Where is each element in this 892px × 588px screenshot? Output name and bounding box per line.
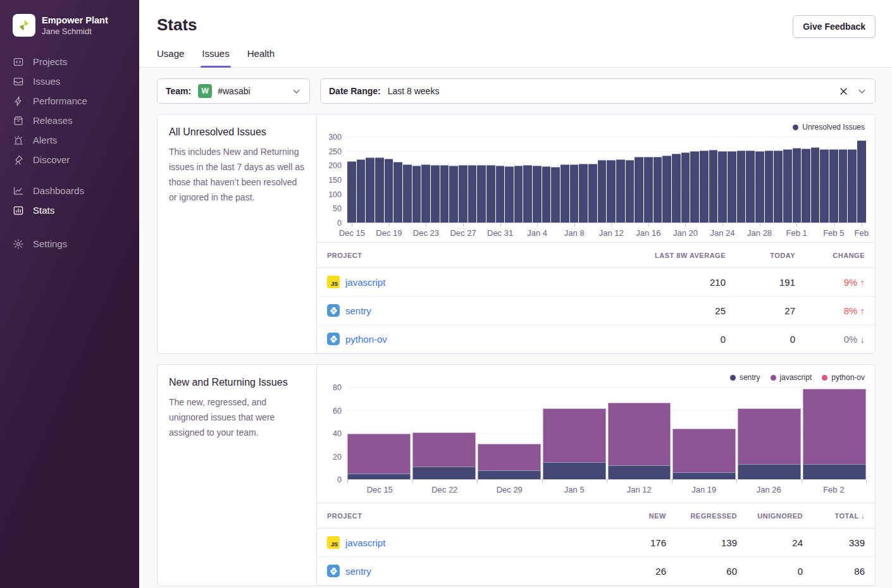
sidebar-item-settings[interactable]: Settings xyxy=(0,234,139,254)
team-select[interactable]: Team: W #wasabi xyxy=(157,78,310,104)
sidebar-item-label: Performance xyxy=(33,95,87,106)
x-tick-label: Jan 26 xyxy=(757,485,781,494)
python-icon xyxy=(327,333,340,345)
issues-icon xyxy=(13,76,24,87)
total-cell: 86 xyxy=(813,557,875,585)
avg-cell: 210 xyxy=(619,268,736,297)
project-link[interactable]: javascript xyxy=(345,277,385,288)
x-tick-label: Jan 8 xyxy=(564,228,585,238)
avg-cell: 0 xyxy=(619,325,736,353)
bar xyxy=(375,157,384,223)
x-tick-label: Dec 23 xyxy=(413,228,439,238)
python-icon xyxy=(327,565,340,577)
sidebar-item-alerts[interactable]: Alerts xyxy=(0,130,139,150)
y-tick-label: 100 xyxy=(328,190,342,199)
give-feedback-button[interactable]: Give Feedback xyxy=(793,15,876,38)
project-link[interactable]: python-ov xyxy=(345,334,387,345)
y-tick-label: 0 xyxy=(337,219,342,228)
date-range-label: Date Range: xyxy=(329,86,381,96)
y-tick-label: 80 xyxy=(333,383,342,392)
user-name: Jane Schmidt xyxy=(42,27,108,36)
sidebar-item-releases[interactable]: Releases xyxy=(0,111,139,130)
tab-health[interactable]: Health xyxy=(247,48,275,67)
tab-usage[interactable]: Usage xyxy=(157,48,184,67)
y-tick-label: 250 xyxy=(328,147,342,156)
sidebar-item-label: Alerts xyxy=(33,135,57,145)
bar xyxy=(718,151,727,223)
bar xyxy=(486,165,495,223)
project-link[interactable]: sentry xyxy=(345,305,371,316)
sidebar-item-stats[interactable]: Stats xyxy=(0,200,139,220)
column-header[interactable]: TODAY xyxy=(736,243,805,268)
clear-icon[interactable] xyxy=(839,87,848,95)
releases-icon xyxy=(13,115,24,126)
regressed-cell: 60 xyxy=(676,557,747,585)
column-header[interactable]: PROJECT xyxy=(317,503,600,529)
bar-segment-javascript xyxy=(608,403,671,466)
bar xyxy=(523,165,532,223)
bar xyxy=(848,149,857,223)
stacked-bar xyxy=(478,388,541,479)
bar-segment-javascript xyxy=(738,408,801,465)
column-header[interactable]: PROJECT xyxy=(317,243,619,268)
y-tick-label: 200 xyxy=(328,161,342,170)
legend-label: sentry xyxy=(740,373,760,382)
new-cell: 26 xyxy=(600,557,676,585)
column-header[interactable]: TOTAL ↓ xyxy=(813,503,875,529)
page-title: Stats xyxy=(157,15,197,35)
chart-plot-area xyxy=(347,388,866,480)
column-header[interactable]: NEW xyxy=(600,503,676,529)
x-tick-label: Dec 15 xyxy=(367,485,393,494)
team-label: Team: xyxy=(166,86,191,96)
bar xyxy=(542,166,551,223)
column-header[interactable]: REGRESSED xyxy=(676,503,747,529)
sidebar-item-label: Discover xyxy=(33,154,70,165)
sidebar: Empower Plant Jane Schmidt ProjectsIssue… xyxy=(0,0,139,588)
table-row: JSjavascript17613924339 xyxy=(317,529,875,557)
unresolved-issues-panel: All Unresolved Issues This includes New … xyxy=(157,114,876,354)
sidebar-item-projects[interactable]: Projects xyxy=(0,52,139,71)
chevron-down-icon xyxy=(857,87,867,96)
bar xyxy=(459,165,468,223)
sidebar-item-issues[interactable]: Issues xyxy=(0,71,139,91)
org-switcher[interactable]: Empower Plant Jane Schmidt xyxy=(0,14,139,37)
stacked-bar xyxy=(738,388,801,479)
column-header[interactable]: UNIGNORED xyxy=(747,503,813,529)
dashboards-icon xyxy=(13,185,24,197)
legend-item: javascript xyxy=(771,373,812,382)
unresolved-issues-table: PROJECTLAST 8W AVERAGETODAYCHANGE JSjava… xyxy=(317,242,875,353)
bar xyxy=(755,151,764,223)
y-tick-label: 40 xyxy=(333,429,342,438)
page-header: Stats Give Feedback UsageIssuesHealth xyxy=(139,0,892,68)
panel-title: New and Returning Issues xyxy=(169,377,305,388)
sidebar-item-performance[interactable]: Performance xyxy=(0,91,139,111)
date-range-select[interactable]: Date Range: Last 8 weeks xyxy=(320,78,876,104)
sidebar-item-label: Projects xyxy=(33,56,67,67)
project-link[interactable]: sentry xyxy=(345,566,371,577)
org-logo-icon xyxy=(13,14,35,37)
bar xyxy=(681,152,690,223)
x-tick-label: Dec 27 xyxy=(450,228,476,238)
tab-issues[interactable]: Issues xyxy=(202,48,229,67)
stacked-bar xyxy=(543,388,606,479)
bar xyxy=(579,164,588,223)
bar-segment-sentry xyxy=(672,472,736,479)
javascript-icon: JS xyxy=(327,276,340,288)
date-range-value: Last 8 weeks xyxy=(388,86,440,96)
bar-segment-javascript xyxy=(803,389,866,465)
change-cell: 0% ↓ xyxy=(805,325,875,353)
bar xyxy=(431,165,440,223)
chart-plot-area xyxy=(347,137,866,223)
column-header[interactable]: CHANGE xyxy=(805,243,875,268)
legend-item: sentry xyxy=(730,373,760,382)
bar xyxy=(783,149,792,223)
regressed-cell: 139 xyxy=(676,529,747,557)
sidebar-item-dashboards[interactable]: Dashboards xyxy=(0,181,139,200)
bar-segment-sentry xyxy=(478,470,541,480)
sidebar-item-discover[interactable]: Discover xyxy=(0,150,139,169)
project-link[interactable]: javascript xyxy=(345,537,385,548)
x-tick-label: Dec 19 xyxy=(376,228,402,238)
sidebar-nav-secondary: DashboardsStats xyxy=(0,181,139,220)
y-tick-label: 20 xyxy=(333,453,342,462)
column-header[interactable]: LAST 8W AVERAGE xyxy=(619,243,736,268)
